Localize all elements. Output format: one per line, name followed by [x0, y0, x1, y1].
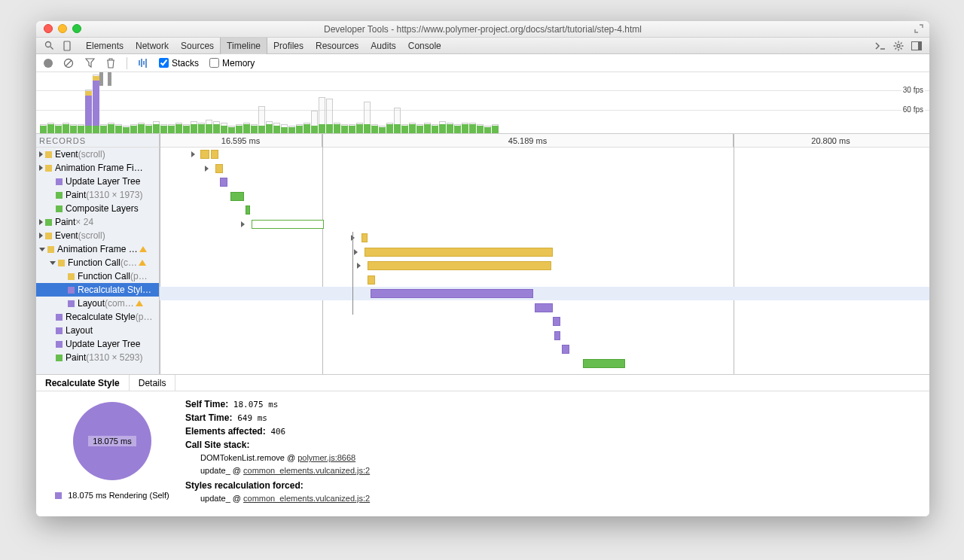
tab-audits[interactable]: Audits: [365, 38, 401, 54]
tab-elements[interactable]: Elements: [80, 38, 130, 54]
gear-icon[interactable]: [893, 41, 904, 51]
flame-bar[interactable]: [230, 192, 244, 201]
record-row[interactable]: Animation Frame …: [36, 242, 159, 256]
record-row[interactable]: Update Layer Tree: [36, 175, 159, 188]
self-time-pie: 18.075 ms: [73, 402, 151, 480]
flame-bar[interactable]: [365, 248, 553, 257]
record-row[interactable]: Paint (1310 × 1973): [36, 188, 159, 202]
overview-strip[interactable]: 30 fps 60 fps: [36, 72, 929, 134]
main-tabbar: ElementsNetworkSourcesTimelineProfilesRe…: [36, 38, 929, 54]
tab-console[interactable]: Console: [402, 38, 447, 54]
close-icon[interactable]: [44, 24, 53, 33]
svg-line-12: [895, 47, 897, 49]
tab-resources[interactable]: Resources: [310, 38, 365, 54]
ruler-seg-3: 20.800 ms: [734, 134, 928, 147]
flame-bar[interactable]: [211, 150, 218, 159]
records-sidebar[interactable]: Event (scroll)Animation Frame Fi…Update …: [36, 148, 160, 374]
search-icon[interactable]: [44, 41, 54, 51]
record-row[interactable]: Paint (1310 × 5293): [36, 351, 159, 364]
record-row[interactable]: Function Call (c…: [36, 256, 159, 269]
titlebar[interactable]: Developer Tools - https://www.polymer-pr…: [36, 21, 929, 38]
memory-checkbox[interactable]: Memory: [209, 58, 255, 68]
zoom-icon[interactable]: [72, 24, 81, 33]
tab-timeline[interactable]: Timeline: [220, 38, 267, 54]
record-row[interactable]: Function Call (p…: [36, 269, 159, 283]
svg-line-16: [66, 60, 72, 66]
flame-bar[interactable]: [220, 178, 227, 187]
svg-line-1: [50, 47, 53, 50]
details-tabs: Recalculate Style Details: [36, 375, 929, 391]
record-row[interactable]: Paint × 24: [36, 215, 159, 229]
filter-icon[interactable]: [84, 58, 95, 68]
traffic-lights: [44, 24, 81, 33]
info-column: Self Time: 18.075 ms Start Time: 649 ms …: [185, 399, 926, 509]
trash-icon[interactable]: [105, 58, 116, 68]
record-row[interactable]: Event (scroll): [36, 148, 159, 161]
tab-sources[interactable]: Sources: [175, 38, 220, 54]
record-row[interactable]: Composite Layers: [36, 202, 159, 215]
ruler: RECORDS 16.595 ms 45.189 ms 20.800 ms: [36, 134, 929, 148]
flame-bar[interactable]: [562, 345, 569, 354]
flame-bar[interactable]: [215, 164, 223, 173]
flame-chart[interactable]: [160, 148, 929, 374]
tab-profiles[interactable]: Profiles: [267, 38, 310, 54]
record-row[interactable]: Layout (com…: [36, 297, 159, 310]
ruler-seg-2: 45.189 ms: [322, 134, 734, 147]
svg-rect-2: [64, 41, 70, 50]
svg-point-0: [45, 42, 50, 47]
record-row[interactable]: Animation Frame Fi…: [36, 161, 159, 175]
record-row[interactable]: Layout: [36, 324, 159, 337]
record-row[interactable]: Recalculate Styl…: [36, 283, 159, 297]
overview-bars: [39, 75, 926, 133]
svg-line-9: [895, 42, 897, 44]
ruler-seg-1: 16.595 ms: [160, 134, 322, 147]
flame-bar[interactable]: [200, 150, 209, 159]
main-area: Event (scroll)Animation Frame Fi…Update …: [36, 148, 929, 375]
device-icon[interactable]: [62, 41, 72, 51]
expand-icon[interactable]: [914, 24, 923, 33]
console-toggle-icon[interactable]: [875, 41, 886, 51]
details-pane: Recalculate Style Details 18.075 ms 18.0…: [36, 375, 929, 516]
records-header: RECORDS: [36, 134, 160, 147]
link-common-elements-2[interactable]: common_elements.vulcanized.js:2: [243, 494, 370, 503]
flame-bar[interactable]: [362, 233, 368, 242]
svg-line-10: [901, 47, 902, 49]
frames-view-icon[interactable]: [138, 58, 148, 68]
svg-point-4: [897, 44, 900, 47]
flame-bar[interactable]: [583, 359, 625, 368]
flame-bar[interactable]: [252, 220, 324, 229]
flame-bar[interactable]: [368, 275, 375, 285]
window-title: Developer Tools - https://www.polymer-pr…: [36, 24, 929, 35]
tab-network[interactable]: Network: [130, 38, 175, 54]
clear-icon[interactable]: [63, 58, 74, 68]
record-row[interactable]: Recalculate Style (p…: [36, 310, 159, 324]
flame-bar[interactable]: [553, 317, 560, 326]
record-button[interactable]: [44, 59, 53, 68]
record-row[interactable]: Update Layer Tree: [36, 337, 159, 351]
tab-details[interactable]: Details: [130, 375, 176, 391]
pie-legend: 18.075 ms Rendering (Self): [55, 491, 169, 500]
record-row[interactable]: Event (scroll): [36, 229, 159, 242]
tab-recalc-style[interactable]: Recalculate Style: [36, 375, 130, 391]
link-common-elements-1[interactable]: common_elements.vulcanized.js:2: [243, 466, 370, 475]
svg-rect-14: [918, 41, 922, 50]
timeline-toolbar: Stacks Memory: [36, 54, 929, 72]
svg-line-11: [901, 42, 902, 44]
link-polymer-js[interactable]: polymer.js:8668: [297, 453, 355, 462]
minimize-icon[interactable]: [58, 24, 67, 33]
flame-bar[interactable]: [371, 289, 533, 298]
flame-bar[interactable]: [368, 261, 551, 270]
pie-column: 18.075 ms 18.075 ms Rendering (Self): [39, 399, 185, 509]
pie-label: 18.075 ms: [88, 436, 136, 446]
dock-icon[interactable]: [911, 41, 922, 51]
flame-bar[interactable]: [554, 331, 560, 340]
stacks-checkbox[interactable]: Stacks: [159, 58, 199, 68]
tabs: ElementsNetworkSourcesTimelineProfilesRe…: [80, 38, 447, 54]
devtools-window: Developer Tools - https://www.polymer-pr…: [36, 21, 929, 516]
flame-bar[interactable]: [246, 205, 250, 215]
flame-bar[interactable]: [535, 303, 553, 312]
